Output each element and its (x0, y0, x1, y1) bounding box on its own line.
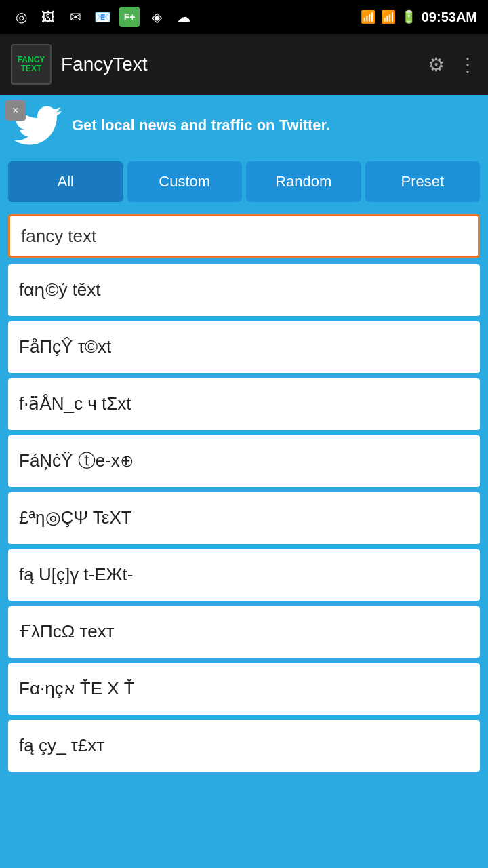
signal-icon: 📶 (381, 9, 396, 24)
result-text-2: f·ä̈ÅN_c ч tΣxt (19, 393, 131, 416)
result-text-5: fą U[ç]γ t-ЕЖt- (19, 564, 133, 587)
result-item-8[interactable]: fą çy_ τ£xт (8, 720, 480, 772)
result-text-8: fą çy_ τ£xт (19, 734, 104, 757)
photo-icon: 🖼 (38, 7, 58, 27)
search-container (0, 208, 488, 264)
cloud-icon: ☁ (174, 7, 194, 27)
app-title: FancyText (61, 54, 428, 75)
search-input[interactable] (8, 214, 480, 258)
email-icon: 📧 (92, 7, 113, 27)
battery-icon: 🔋 (401, 9, 416, 24)
arrow-icon: ◈ (146, 7, 167, 27)
wifi-icon: 📶 (361, 9, 375, 24)
fplus-icon: F+ (119, 7, 140, 27)
status-bar: ◎ 🖼 ✉ 📧 F+ ◈ ☁ 📶 📶 🔋 09:53AM (0, 0, 488, 34)
gmail-icon: ✉ (65, 7, 85, 27)
ad-banner: × Get local news and traffic on Twitter. (0, 95, 488, 156)
result-item-7[interactable]: Fα·ηçא ŤΕ X Ť (8, 663, 480, 715)
app-logo-text: Fancy TεXt (18, 56, 45, 73)
tab-preset[interactable]: Preset (365, 161, 481, 202)
overflow-menu-icon[interactable]: ⋮ (458, 54, 477, 76)
result-text-6: ҒλΠcΩ тexт (19, 620, 115, 644)
tab-random[interactable]: Random (246, 161, 361, 202)
time-display: 09:53AM (422, 9, 477, 25)
tab-all[interactable]: All (8, 161, 123, 202)
result-item-4[interactable]: £ªη◎ÇΨ ΤεXΤ (8, 492, 480, 544)
result-text-3: FáŅċŸ ⓣe-x⊕ (19, 450, 134, 473)
result-item-1[interactable]: FåΠçŶ τ©xt (8, 321, 480, 373)
ad-text: Get local news and traffic on Twitter. (65, 117, 477, 134)
result-item-5[interactable]: fą U[ç]γ t-ЕЖt- (8, 549, 480, 601)
status-bar-right: 📶 📶 🔋 09:53AM (361, 9, 477, 25)
result-item-0[interactable]: fαɳ©ý těxt (8, 264, 480, 316)
result-text-1: FåΠçŶ τ©xt (19, 336, 111, 359)
app-logo: Fancy TεXt (11, 44, 52, 85)
result-text-7: Fα·ηçא ŤΕ X Ť (19, 677, 135, 701)
whatsapp-icon: ◎ (11, 7, 31, 27)
app-bar: Fancy TεXt FancyText ⚙ ⋮ (0, 34, 488, 95)
ad-close-button[interactable]: × (5, 100, 26, 121)
result-item-6[interactable]: ҒλΠcΩ тexт (8, 606, 480, 658)
result-text-4: £ªη◎ÇΨ ΤεXΤ (19, 507, 132, 530)
settings-icon[interactable]: ⚙ (428, 54, 445, 76)
tab-custom[interactable]: Custom (127, 161, 243, 202)
app-bar-icons: ⚙ ⋮ (428, 54, 477, 76)
results-list: fαɳ©ý těxt FåΠçŶ τ©xt f·ä̈ÅN_c ч tΣxt Fá… (0, 264, 488, 785)
tab-bar: All Custom Random Preset (0, 156, 488, 208)
status-bar-left: ◎ 🖼 ✉ 📧 F+ ◈ ☁ (11, 7, 194, 27)
result-item-3[interactable]: FáŅċŸ ⓣe-x⊕ (8, 435, 480, 487)
result-item-2[interactable]: f·ä̈ÅN_c ч tΣxt (8, 378, 480, 430)
result-text-0: fαɳ©ý těxt (19, 279, 101, 302)
